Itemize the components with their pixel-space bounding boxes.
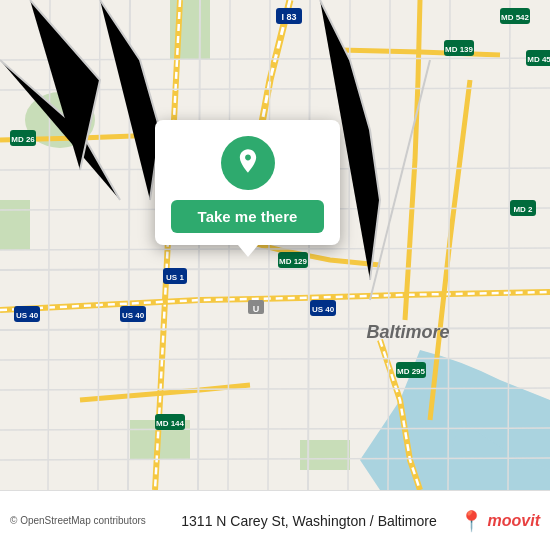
address-text: 1311 N Carey St, Washington / Baltimore [160, 513, 459, 529]
pin-marker [221, 136, 275, 190]
svg-text:MD 295: MD 295 [397, 367, 426, 376]
moovit-logo: 📍 moovit [459, 509, 540, 533]
copyright-text: © OpenStreetMap contributors [10, 515, 160, 526]
take-me-there-button[interactable]: Take me there [171, 200, 324, 233]
moovit-pin-icon: 📍 [459, 509, 484, 533]
svg-text:US 40: US 40 [122, 311, 145, 320]
svg-text:US 40: US 40 [312, 305, 335, 314]
svg-text:US 1: US 1 [166, 273, 184, 282]
svg-text:MD 129: MD 129 [279, 257, 308, 266]
location-pin-icon [234, 147, 262, 180]
svg-text:MD 144: MD 144 [156, 419, 185, 428]
map-view: I 83 MD 26 MD 45 MD 139 MD 542 MD 2 US 1… [0, 0, 550, 490]
bottom-info-bar: © OpenStreetMap contributors 1311 N Care… [0, 490, 550, 550]
moovit-brand-text: moovit [488, 512, 540, 530]
location-popup: Take me there [155, 120, 340, 245]
svg-text:MD 542: MD 542 [501, 13, 530, 22]
svg-text:US 40: US 40 [16, 311, 39, 320]
svg-text:MD 45: MD 45 [527, 55, 550, 64]
svg-text:U: U [253, 304, 260, 314]
svg-text:Baltimore: Baltimore [366, 322, 449, 342]
svg-text:MD 139: MD 139 [445, 45, 474, 54]
svg-text:MD 26: MD 26 [11, 135, 35, 144]
svg-text:MD 2: MD 2 [513, 205, 533, 214]
svg-rect-3 [0, 200, 30, 250]
svg-text:I 83: I 83 [281, 12, 296, 22]
